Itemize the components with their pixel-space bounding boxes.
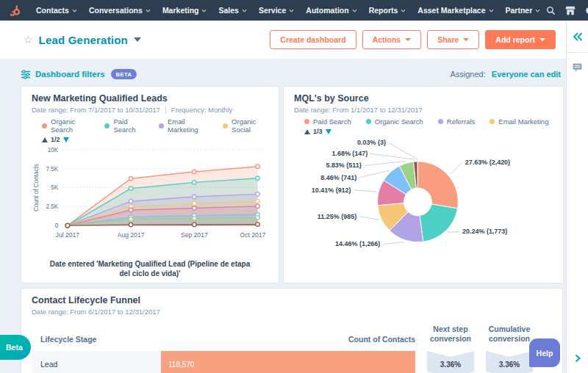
data-point[interactable] [129, 222, 132, 226]
cumulative-conversion-badge: 3.36% [486, 351, 533, 373]
data-point[interactable] [256, 216, 259, 220]
card-contact-lifecycle-funnel: Contact Lifecycle Funnel Date range: Fro… [21, 288, 563, 373]
legend-item-email-marketing[interactable]: Email Marketing [490, 117, 548, 126]
slice-label: 20.24% (1,773) [462, 228, 507, 235]
data-point[interactable] [193, 195, 196, 198]
legend-dot-icon [490, 119, 495, 124]
nav-item-reports[interactable]: Reports [363, 0, 412, 21]
chevron-down-icon [242, 9, 247, 12]
data-point[interactable] [193, 202, 196, 206]
next-step-conversion-badge: 3.36% [427, 351, 474, 373]
double-chevron-left-icon [573, 32, 583, 41]
slice-label: 1.68% (147) [331, 150, 368, 157]
funnel-row-lead: Lead118,5703.36%3.36% [32, 351, 552, 373]
label-leader-line [450, 162, 462, 175]
hubspot-logo-icon[interactable] [9, 4, 21, 17]
beta-badge: BETA [111, 69, 137, 79]
collapse-panel-button[interactable] [567, 21, 588, 53]
nav-item-conversations[interactable]: Conversations [83, 0, 157, 21]
legend-dot-icon [304, 119, 309, 124]
comments-button[interactable] [567, 63, 588, 72]
assigned-value-link[interactable]: Everyone can edit [492, 70, 561, 79]
card-new-mql: New Marketing Qualified Leads Date range… [21, 86, 279, 283]
data-point[interactable] [129, 186, 132, 190]
data-point[interactable] [256, 199, 259, 203]
nav-item-contacts[interactable]: Contacts [30, 0, 83, 21]
stage-label: Lead [32, 360, 161, 369]
area-chart[interactable]: 02.5K5K7.5K10KCount of ContactsJul 2017A… [32, 143, 268, 256]
legend-page-down-icon[interactable] [326, 129, 331, 134]
funnel-bar[interactable] [161, 351, 415, 373]
card-mql-by-source: MQL's by Source Date range: From 1/1/201… [283, 86, 564, 283]
legend-pager: 1/2 [42, 136, 268, 143]
nav-item-automation[interactable]: Automation [300, 0, 362, 21]
funnel-header-row: Lifecycle Stage Count of Contacts Next s… [32, 325, 552, 344]
y-axis-title: Count of Contacts [33, 164, 40, 211]
data-point[interactable] [129, 208, 132, 211]
nav-item-sales[interactable]: Sales [212, 0, 252, 21]
donut-slice-0[interactable] [417, 162, 458, 209]
legend-item-email-marketing[interactable]: Email Marketing [159, 117, 208, 134]
label-leader-line [365, 162, 406, 166]
data-point[interactable] [256, 192, 259, 196]
nav-item-label: Asset Marketplace [417, 6, 485, 15]
charts-row: New Marketing Qualified Leads Date range… [21, 86, 564, 283]
col-header-cumulative: Cumulative conversion [486, 325, 533, 344]
slice-label: 0.03% (3) [357, 139, 386, 146]
dashboard-filters-link[interactable]: Dashboard filters [35, 70, 105, 79]
help-button[interactable]: Help [529, 338, 560, 367]
data-point[interactable] [256, 164, 259, 168]
filter-bar: Dashboard filters BETA Assigned: Everyon… [21, 69, 564, 79]
add-report-button[interactable]: Add report [485, 30, 556, 49]
slice-label: 11.25% (985) [318, 213, 356, 220]
beta-pill-button[interactable]: Beta [0, 335, 31, 360]
legend-label: Organic Social [232, 117, 268, 134]
data-point[interactable] [256, 204, 259, 208]
nav-menu: ContactsConversationsMarketingSalesServi… [30, 0, 546, 21]
data-point[interactable] [129, 199, 132, 203]
legend-item-organic-search[interactable]: Organic Search [42, 117, 90, 134]
data-point[interactable] [256, 222, 259, 226]
title-dropdown-caret-icon[interactable] [134, 37, 141, 42]
donut-slice-1[interactable] [420, 204, 458, 242]
marketplace-icon[interactable] [565, 6, 576, 15]
nav-item-service[interactable]: Service [253, 0, 300, 21]
label-leader-line [354, 190, 376, 192]
nav-item-marketing[interactable]: Marketing [157, 0, 213, 21]
data-point[interactable] [193, 170, 196, 173]
data-point[interactable] [129, 217, 132, 221]
legend-item-paid-search[interactable]: Paid Search [304, 117, 351, 126]
nav-item-label: Marketing [162, 6, 199, 15]
settings-gear-icon[interactable] [585, 5, 588, 15]
data-point[interactable] [256, 176, 259, 180]
x-axis-caption: Date entered 'Marketing Qualified Lead (… [46, 259, 254, 278]
data-point[interactable] [193, 217, 196, 220]
slice-label: 14.46% (1,266) [335, 240, 380, 247]
legend-page-up-icon[interactable] [304, 129, 310, 134]
legend-dot-icon [159, 123, 164, 128]
legend-item-referrals[interactable]: Referrals [438, 117, 476, 126]
data-point[interactable] [193, 181, 196, 184]
date-range: Date range: From 6/1/2017 to 12/31/2017 [32, 308, 160, 316]
add-report-label: Add report [495, 35, 535, 44]
expand-panel-button[interactable] [567, 354, 588, 363]
legend-dot-icon [366, 119, 371, 124]
legend-item-paid-search[interactable]: Paid Search [104, 117, 143, 134]
create-dashboard-button[interactable]: Create dashboard [270, 30, 356, 49]
search-icon[interactable] [546, 6, 556, 15]
nav-item-partner[interactable]: Partner [500, 0, 547, 21]
data-point[interactable] [193, 222, 196, 226]
favorite-star-icon[interactable]: ☆ [24, 34, 33, 46]
data-point[interactable] [65, 223, 69, 227]
data-point[interactable] [193, 206, 196, 210]
legend-item-organic-social[interactable]: Organic Social [223, 117, 268, 134]
funnel-rows: Lead118,5703.36%3.36%Marketing Qualified… [32, 351, 552, 373]
nav-item-asset-marketplace[interactable]: Asset Marketplace [412, 0, 499, 21]
donut-chart[interactable]: 27.63% (2,420)20.24% (1,773)14.46% (1,26… [294, 135, 553, 263]
legend-item-organic-search[interactable]: Organic Search [366, 117, 423, 126]
legend-page-down-icon[interactable] [63, 137, 69, 142]
legend-page-up-icon[interactable] [42, 137, 48, 142]
share-button[interactable]: Share [427, 30, 479, 49]
data-point[interactable] [129, 177, 132, 181]
actions-button[interactable]: Actions [362, 30, 422, 49]
